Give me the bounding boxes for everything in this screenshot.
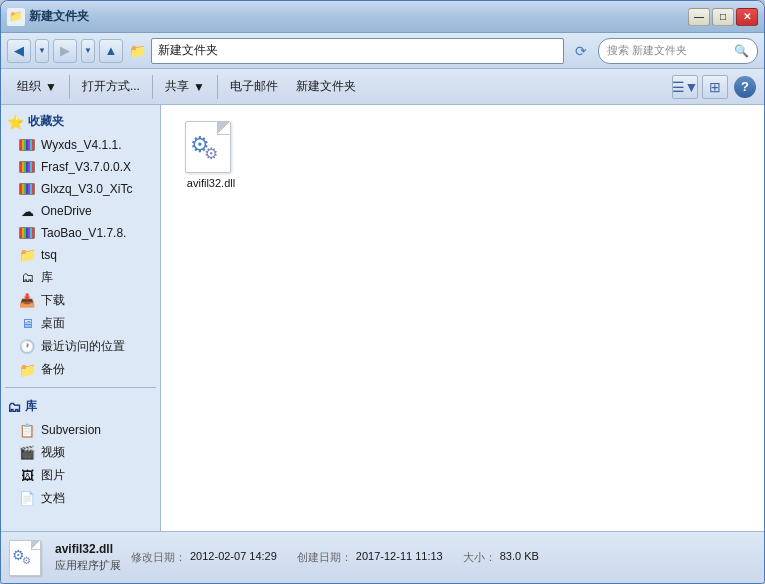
sidebar-item-desktop[interactable]: 🖥 桌面 xyxy=(1,312,160,335)
titlebar-buttons: — □ ✕ xyxy=(688,8,758,26)
email-button[interactable]: 电子邮件 xyxy=(222,73,286,101)
sidebar-item-tsq-label: tsq xyxy=(41,248,57,262)
file-area: ⚙ ⚙ avifil32.dll xyxy=(161,105,764,531)
view-dropdown-button[interactable]: ☰▼ xyxy=(672,75,698,99)
organize-dropdown-icon: ▼ xyxy=(45,80,57,94)
sidebar-item-ku-label: 库 xyxy=(41,269,53,286)
sidebar-item-onedrive-label: OneDrive xyxy=(41,204,92,218)
toolbar-sep-2 xyxy=(152,75,153,99)
search-box[interactable]: 搜索 新建文件夹 🔍 xyxy=(598,38,758,64)
favorites-section: ⭐ 收藏夹 Wyxds_V4.1.1. Frasf_V3.7.0.0.X xyxy=(1,105,160,514)
library-icon: 🗂 xyxy=(7,399,21,415)
sidebar-item-video[interactable]: 🎬 视频 xyxy=(1,441,160,464)
sidebar-item-document-label: 文档 xyxy=(41,490,65,507)
status-type: 应用程序扩展 xyxy=(55,558,121,573)
file-item-avifil32[interactable]: ⚙ ⚙ avifil32.dll xyxy=(171,115,251,195)
sidebar: ⭐ 收藏夹 Wyxds_V4.1.1. Frasf_V3.7.0.0.X xyxy=(1,105,161,531)
sidebar-item-tsq-icon: 📁 xyxy=(17,247,37,263)
status-modified-label: 修改日期： xyxy=(131,550,186,565)
address-box[interactable]: 新建文件夹 xyxy=(151,38,564,64)
sidebar-item-onedrive[interactable]: ☁ OneDrive xyxy=(1,200,160,222)
status-created-value: 2017-12-11 11:13 xyxy=(356,550,443,565)
status-size-label: 大小： xyxy=(463,550,496,565)
status-file-icon: ⚙ ⚙ xyxy=(9,540,45,576)
sidebar-item-recent-icon: 🕐 xyxy=(17,339,37,355)
share-button[interactable]: 共享 ▼ xyxy=(157,73,213,101)
status-modified: 修改日期： 2012-02-07 14:29 xyxy=(131,550,277,565)
sidebar-item-download-icon: 📥 xyxy=(17,293,37,309)
share-label: 共享 xyxy=(165,78,189,95)
sidebar-item-subversion-icon: 📋 xyxy=(17,422,37,438)
minimize-button[interactable]: — xyxy=(688,8,710,26)
sidebar-item-taobao[interactable]: TaoBao_V1.7.8. xyxy=(1,222,160,244)
sidebar-item-frasf-label: Frasf_V3.7.0.0.X xyxy=(41,160,131,174)
status-meta: 修改日期： 2012-02-07 14:29 创建日期： 2017-12-11 … xyxy=(131,550,539,565)
sidebar-item-subversion[interactable]: 📋 Subversion xyxy=(1,419,160,441)
back-button[interactable]: ◀ xyxy=(7,39,31,63)
view-toggle-button[interactable]: ⊞ xyxy=(702,75,728,99)
status-modified-value: 2012-02-07 14:29 xyxy=(190,550,277,565)
sidebar-item-recent[interactable]: 🕐 最近访问的位置 xyxy=(1,335,160,358)
sidebar-divider xyxy=(5,387,156,388)
search-icon[interactable]: 🔍 xyxy=(734,44,749,58)
sidebar-item-video-label: 视频 xyxy=(41,444,65,461)
toolbar: 组织 ▼ 打开方式... 共享 ▼ 电子邮件 新建文件夹 ☰▼ ⊞ ? xyxy=(1,69,764,105)
sidebar-item-desktop-label: 桌面 xyxy=(41,315,65,332)
sidebar-item-backup[interactable]: 📁 备份 xyxy=(1,358,160,381)
sidebar-item-onedrive-icon: ☁ xyxy=(17,203,37,219)
sidebar-item-backup-label: 备份 xyxy=(41,361,65,378)
sidebar-item-image[interactable]: 🖼 图片 xyxy=(1,464,160,487)
sidebar-item-desktop-icon: 🖥 xyxy=(17,316,37,332)
status-created-label: 创建日期： xyxy=(297,550,352,565)
status-gear-small-icon: ⚙ xyxy=(22,555,31,566)
status-size: 大小： 83.0 KB xyxy=(463,550,539,565)
favorites-header[interactable]: ⭐ 收藏夹 xyxy=(1,109,160,134)
sidebar-item-glxzq[interactable]: Glxzq_V3.0_XiTc xyxy=(1,178,160,200)
sidebar-item-ku[interactable]: 🗂 库 xyxy=(1,266,160,289)
search-placeholder-text: 搜索 新建文件夹 xyxy=(607,43,730,58)
sidebar-item-frasf[interactable]: Frasf_V3.7.0.0.X xyxy=(1,156,160,178)
organize-label: 组织 xyxy=(17,78,41,95)
sidebar-item-image-label: 图片 xyxy=(41,467,65,484)
help-button[interactable]: ? xyxy=(734,76,756,98)
forward-button[interactable]: ▶ xyxy=(53,39,77,63)
sidebar-item-tsq[interactable]: 📁 tsq xyxy=(1,244,160,266)
sidebar-item-ku-icon: 🗂 xyxy=(17,270,37,286)
toolbar-sep-1 xyxy=(69,75,70,99)
share-dropdown-icon: ▼ xyxy=(193,80,205,94)
file-item-label: avifil32.dll xyxy=(187,177,235,189)
up-button[interactable]: ▲ xyxy=(99,39,123,63)
library-section-header[interactable]: 🗂 库 xyxy=(1,394,160,419)
close-button[interactable]: ✕ xyxy=(736,8,758,26)
dll-gear-small-icon: ⚙ xyxy=(204,144,218,163)
favorites-star-icon: ⭐ xyxy=(7,114,24,130)
sidebar-item-download[interactable]: 📥 下载 xyxy=(1,289,160,312)
new-folder-button[interactable]: 新建文件夹 xyxy=(288,73,364,101)
forward-dropdown[interactable]: ▼ xyxy=(81,39,95,63)
organize-button[interactable]: 组织 ▼ xyxy=(9,73,65,101)
open-button[interactable]: 打开方式... xyxy=(74,73,148,101)
favorites-label: 收藏夹 xyxy=(28,113,64,130)
sidebar-item-frasf-icon xyxy=(17,159,37,175)
sidebar-item-taobao-icon xyxy=(17,225,37,241)
toolbar-sep-3 xyxy=(217,75,218,99)
library-label: 库 xyxy=(25,398,37,415)
sidebar-item-recent-label: 最近访问的位置 xyxy=(41,338,125,355)
sidebar-item-video-icon: 🎬 xyxy=(17,445,37,461)
status-size-value: 83.0 KB xyxy=(500,550,539,565)
dll-icon-large: ⚙ ⚙ xyxy=(185,121,237,173)
refresh-button[interactable]: ⟳ xyxy=(568,38,594,64)
back-dropdown[interactable]: ▼ xyxy=(35,39,49,63)
sidebar-item-backup-icon: 📁 xyxy=(17,362,37,378)
maximize-button[interactable]: □ xyxy=(712,8,734,26)
email-label: 电子邮件 xyxy=(230,78,278,95)
address-text: 新建文件夹 xyxy=(158,42,218,59)
titlebar-icon: 📁 xyxy=(7,8,25,26)
sidebar-item-document[interactable]: 📄 文档 xyxy=(1,487,160,510)
address-folder-icon: 📁 xyxy=(127,41,147,61)
status-filename: avifil32.dll xyxy=(55,542,121,556)
sidebar-item-wyxds[interactable]: Wyxds_V4.1.1. xyxy=(1,134,160,156)
window: 📁 新建文件夹 — □ ✕ ◀ ▼ ▶ ▼ ▲ 📁 新建文件夹 ⟳ 搜索 新建文… xyxy=(0,0,765,584)
sidebar-item-document-icon: 📄 xyxy=(17,491,37,507)
status-created: 创建日期： 2017-12-11 11:13 xyxy=(297,550,443,565)
